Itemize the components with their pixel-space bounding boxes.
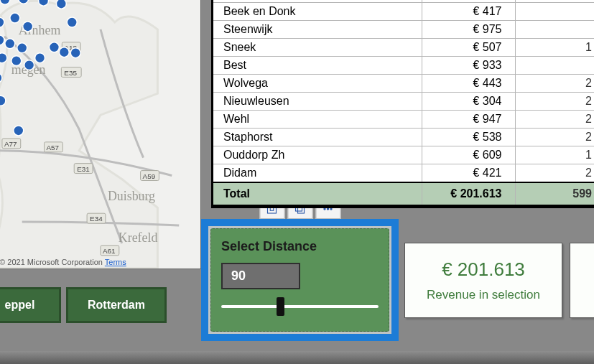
cell-revenue: € 933 xyxy=(422,57,515,75)
cell-city: Wehl xyxy=(213,111,422,129)
svg-point-28 xyxy=(70,48,80,58)
svg-text:Krefeld: Krefeld xyxy=(119,230,158,245)
cell-city: Nieuwleusen xyxy=(213,93,422,111)
svg-text:E34: E34 xyxy=(90,215,103,223)
city-button-meppel[interactable]: eppel xyxy=(0,287,61,323)
svg-point-34 xyxy=(17,43,27,53)
svg-text:Duisburg: Duisburg xyxy=(108,189,155,203)
svg-text:A57: A57 xyxy=(46,144,59,151)
cell-city: Staphorst xyxy=(213,129,422,146)
svg-point-24 xyxy=(56,0,66,9)
table-row[interactable]: Wehl€ 9472 xyxy=(213,111,594,129)
svg-point-37 xyxy=(24,60,34,70)
cell-revenue: € 947 xyxy=(422,111,515,129)
cell-extra xyxy=(515,3,594,21)
table-row[interactable]: Wolvega€ 4432 xyxy=(213,75,594,93)
svg-point-48 xyxy=(330,208,332,210)
table-row[interactable]: Beek en Donk€ 417 xyxy=(213,3,594,21)
distance-card[interactable]: Select Distance 90 xyxy=(210,228,389,332)
kpi-revenue-value: € 201.613 xyxy=(442,258,525,281)
table-row[interactable]: Steenwijk€ 975 xyxy=(213,21,594,39)
svg-point-31 xyxy=(23,22,33,32)
cell-revenue: € 443 xyxy=(422,75,515,93)
kpi-revenue-label: Revenue in selection xyxy=(427,288,540,302)
cell-extra: 2 xyxy=(515,93,594,111)
map-panel[interactable]: E35 A18 A77 A57 E31 A59 E34 A61 Duisburg… xyxy=(0,0,201,269)
cell-city: Steenwijk xyxy=(213,21,422,39)
cell-extra xyxy=(515,21,594,39)
revenue-table[interactable]: Heerenveen€ 7682Beek en Donk€ 417 Steenw… xyxy=(211,0,594,208)
terms-link[interactable]: Terms xyxy=(105,258,126,266)
svg-point-30 xyxy=(10,13,20,23)
svg-point-36 xyxy=(11,56,22,66)
cell-city: Best xyxy=(213,57,422,75)
map-credit: , © 2021 Microsoft Corporation Terms xyxy=(0,258,126,266)
distance-title: Select Distance xyxy=(221,239,379,254)
distance-value[interactable]: 90 xyxy=(221,263,300,289)
svg-text:A61: A61 xyxy=(103,247,116,255)
cell-city: Wolvega xyxy=(213,75,422,93)
table-row[interactable]: Sneek€ 5071 xyxy=(213,39,594,57)
table-row[interactable]: Staphorst€ 5382 xyxy=(213,129,594,146)
table-row[interactable]: Didam€ 4212 xyxy=(213,164,594,183)
cell-extra xyxy=(515,57,594,75)
cell-revenue: € 507 xyxy=(422,39,515,57)
slider-thumb[interactable] xyxy=(277,297,284,316)
window-bottom-bar xyxy=(0,351,594,364)
svg-point-47 xyxy=(327,208,328,210)
svg-point-38 xyxy=(35,53,45,63)
svg-text:E35: E35 xyxy=(64,69,77,77)
city-button-rotterdam[interactable]: Rotterdam xyxy=(66,287,167,323)
table-row[interactable]: Ouddorp Zh€ 6091 xyxy=(213,146,594,164)
cell-extra: 2 xyxy=(515,164,594,183)
svg-point-23 xyxy=(39,0,49,6)
svg-point-25 xyxy=(67,17,77,27)
cell-revenue: € 609 xyxy=(422,146,515,164)
cell-revenue: € 304 xyxy=(422,93,515,111)
svg-text:A59: A59 xyxy=(143,172,156,180)
svg-point-35 xyxy=(0,53,7,63)
cell-extra: 1 xyxy=(515,146,594,164)
svg-point-27 xyxy=(59,47,69,57)
cell-extra: 1 xyxy=(515,39,594,57)
svg-point-41 xyxy=(14,126,24,136)
cell-city: Sneek xyxy=(213,39,422,57)
distance-slider[interactable] xyxy=(221,305,379,308)
kpi-deals: De xyxy=(570,243,594,318)
table-row[interactable]: Best€ 933 xyxy=(213,57,594,75)
cell-revenue: € 538 xyxy=(422,129,515,146)
svg-text:E31: E31 xyxy=(77,165,90,173)
cell-city: Didam xyxy=(213,164,422,183)
cell-city: Ouddorp Zh xyxy=(213,146,422,164)
cell-extra: 2 xyxy=(515,111,594,129)
svg-point-40 xyxy=(0,95,6,106)
distance-widget-selection: Select Distance 90 xyxy=(201,219,399,341)
cell-revenue: € 417 xyxy=(422,3,515,21)
kpi-revenue: € 201.613 Revenue in selection xyxy=(404,243,562,318)
svg-text:A77: A77 xyxy=(4,140,17,148)
cell-extra: 2 xyxy=(515,75,594,93)
cell-revenue: € 975 xyxy=(422,21,515,39)
cell-city: Beek en Donk xyxy=(213,3,422,21)
svg-point-46 xyxy=(324,208,325,210)
svg-point-33 xyxy=(5,39,15,49)
cell-extra: 2 xyxy=(515,129,594,146)
table-total-row: Total € 201.613 599 xyxy=(213,182,594,205)
cell-revenue: € 421 xyxy=(422,164,515,183)
table-row[interactable]: Nieuwleusen€ 3042 xyxy=(213,93,594,111)
svg-point-26 xyxy=(49,42,59,52)
